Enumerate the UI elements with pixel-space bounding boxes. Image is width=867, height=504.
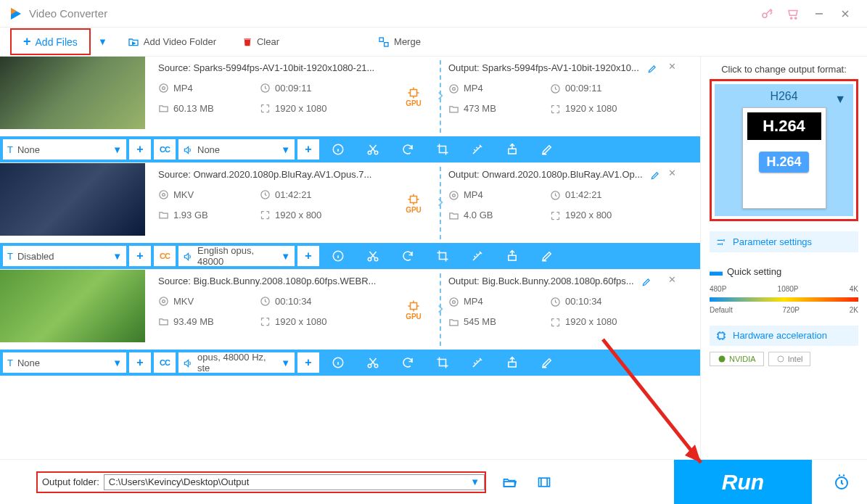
effects-button[interactable] <box>461 136 493 162</box>
output-folder-select[interactable]: C:\Users\Kevincy\Desktop\Output▼ <box>104 474 485 490</box>
svg-point-4 <box>795 17 797 18</box>
edit-button[interactable] <box>531 243 563 269</box>
subtitle-select[interactable]: TNone▼ <box>3 139 126 160</box>
disc-icon <box>448 83 459 94</box>
add-audio-button[interactable]: + <box>297 246 319 266</box>
gpu-intel[interactable]: Intel <box>768 352 811 366</box>
rotate-button[interactable] <box>392 136 424 162</box>
rotate-button[interactable] <box>392 243 424 269</box>
gpu-nvidia[interactable]: NVIDIA <box>710 352 764 366</box>
codec-label-top: H.264 <box>747 112 821 140</box>
svg-point-23 <box>160 191 168 199</box>
merge-label: Merge <box>394 36 421 47</box>
svg-point-3 <box>791 17 792 18</box>
folder-video-icon <box>128 36 139 48</box>
watermark-button[interactable] <box>496 243 528 269</box>
parameter-settings-button[interactable]: Parameter settings <box>710 231 858 252</box>
edit-button[interactable] <box>531 136 563 162</box>
cut-button[interactable] <box>357 243 389 269</box>
bullet-icon: ▬ <box>710 264 723 279</box>
close-button[interactable] <box>832 0 858 28</box>
remove-item-button[interactable]: ✕ <box>668 61 676 72</box>
resolution-icon <box>550 103 561 115</box>
edit-output-button[interactable] <box>641 276 652 286</box>
cc-button[interactable]: CC <box>154 352 176 373</box>
chip-icon <box>715 330 727 342</box>
add-audio-button[interactable]: + <box>297 352 319 373</box>
cart-icon[interactable] <box>780 0 806 28</box>
thumbnail[interactable] <box>0 163 145 236</box>
svg-rect-45 <box>718 333 724 339</box>
chevron-down-icon[interactable]: ▼ <box>834 93 846 106</box>
edit-button[interactable] <box>531 350 563 376</box>
output-folder-box: Output folder: C:\Users\Kevincy\Desktop\… <box>36 471 486 493</box>
add-subtitle-button[interactable]: + <box>129 352 151 373</box>
add-files-dropdown-icon[interactable]: ▼ <box>98 36 107 47</box>
right-panel: Click to change output format: H264▼ H.2… <box>700 57 867 459</box>
svg-point-17 <box>453 87 456 90</box>
merge-button[interactable]: Merge <box>372 33 427 51</box>
svg-point-13 <box>163 87 165 90</box>
output-format-box[interactable]: H264▼ H.264 H.264 <box>710 79 858 221</box>
add-folder-button[interactable]: Add Video Folder <box>122 33 222 51</box>
crop-button[interactable] <box>427 243 459 269</box>
edit-output-button[interactable] <box>650 169 660 180</box>
crop-button[interactable] <box>427 350 459 376</box>
minimize-button[interactable] <box>806 0 832 28</box>
run-button[interactable]: Run <box>674 460 812 505</box>
effects-button[interactable] <box>461 243 493 269</box>
svg-point-24 <box>163 194 165 197</box>
folder-icon <box>158 102 169 114</box>
schedule-button[interactable] <box>823 474 860 491</box>
chevron-down-icon: ▼ <box>470 476 480 487</box>
quality-slider[interactable] <box>710 297 858 302</box>
svg-rect-11 <box>385 42 388 46</box>
cc-button[interactable]: CC <box>154 139 176 160</box>
audio-select[interactable]: English opus, 48000▼ <box>178 246 295 266</box>
info-button[interactable] <box>322 136 354 162</box>
output-label: Output: Onward.2020.1080p.BluRay.AV1.Op.… <box>448 169 643 180</box>
file-item: Source: Onward.2020.1080p.BluRay.AV1.Opu… <box>0 163 700 270</box>
watermark-button[interactable] <box>496 350 528 376</box>
audio-select[interactable]: opus, 48000 Hz, ste▼ <box>178 352 295 373</box>
subtitle-select[interactable]: TDisabled▼ <box>3 246 126 266</box>
cut-button[interactable] <box>357 136 389 162</box>
hardware-accel-button[interactable]: Hardware acceleration <box>710 326 858 347</box>
remove-item-button[interactable]: ✕ <box>668 274 676 285</box>
svg-point-46 <box>719 356 726 363</box>
clear-label: Clear <box>257 36 279 47</box>
cut-button[interactable] <box>357 350 389 376</box>
add-subtitle-button[interactable]: + <box>129 246 151 266</box>
svg-point-2 <box>763 13 767 17</box>
effects-button[interactable] <box>461 350 493 376</box>
svg-rect-10 <box>379 38 383 41</box>
info-button[interactable] <box>322 243 354 269</box>
thumbnail[interactable] <box>0 57 145 129</box>
add-subtitle-button[interactable]: + <box>129 139 151 160</box>
browse-folder-button[interactable] <box>498 472 521 492</box>
cc-button[interactable]: CC <box>154 246 176 266</box>
subtitle-select[interactable]: TNone▼ <box>3 352 126 373</box>
format-card[interactable]: H.264 H.264 <box>742 107 826 209</box>
key-icon[interactable] <box>754 0 780 28</box>
svg-rect-22 <box>509 149 517 154</box>
svg-point-47 <box>778 356 784 362</box>
rotate-button[interactable] <box>392 350 424 376</box>
edit-output-button[interactable] <box>647 62 657 73</box>
clear-button[interactable]: Clear <box>237 33 285 51</box>
crop-button[interactable] <box>427 136 459 162</box>
add-files-button[interactable]: + Add Files <box>10 28 91 55</box>
watermark-button[interactable] <box>496 136 528 162</box>
svg-rect-33 <box>509 255 517 260</box>
chevron-down-icon: ▼ <box>112 144 122 155</box>
remove-item-button[interactable]: ✕ <box>668 168 676 178</box>
info-button[interactable] <box>322 350 354 376</box>
svg-point-35 <box>163 300 165 303</box>
audio-select[interactable]: None▼ <box>178 139 295 160</box>
disc-icon <box>158 82 169 94</box>
media-folder-button[interactable] <box>533 472 556 492</box>
gpu-badge: GPU <box>406 193 422 214</box>
add-audio-button[interactable]: + <box>297 139 319 160</box>
thumbnail[interactable] <box>0 270 145 342</box>
add-files-label: Add Files <box>36 36 78 48</box>
